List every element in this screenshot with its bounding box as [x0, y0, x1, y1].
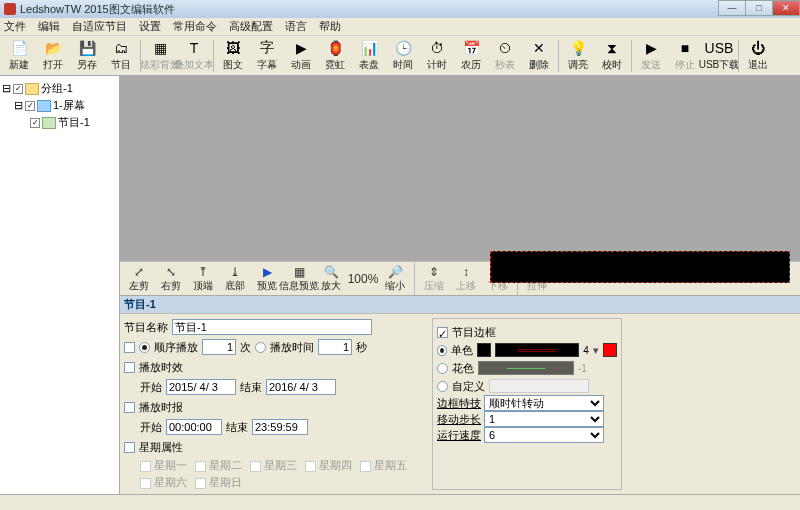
- pt-icon: ⤢: [134, 265, 144, 279]
- tb-item-2[interactable]: 💾另存: [70, 37, 104, 75]
- tb-item-26[interactable]: ⏻退出: [741, 37, 775, 75]
- tb-item-17[interactable]: ✕删除: [522, 37, 556, 75]
- tb-item-8[interactable]: 🖼图文: [216, 37, 250, 75]
- weekday-1: 星期二: [195, 458, 242, 473]
- menu-6[interactable]: 语言: [285, 19, 307, 34]
- pt-item-0[interactable]: ⤢左剪: [124, 265, 154, 293]
- pt-label: 压缩: [424, 279, 444, 293]
- tb-item-20[interactable]: ⧗校时: [595, 37, 629, 75]
- menu-3[interactable]: 设置: [139, 19, 161, 34]
- tb-icon: ⏻: [748, 39, 768, 57]
- tb-label: 图文: [223, 58, 243, 72]
- tb-icon: 🕒: [393, 39, 413, 57]
- border-single-radio[interactable]: [437, 345, 447, 356]
- tb-item-15[interactable]: 📅农历: [454, 37, 488, 75]
- tb-icon: 📊: [359, 39, 379, 57]
- end-time-input[interactable]: [252, 419, 308, 435]
- border-swatch1[interactable]: [477, 343, 491, 357]
- border-multi-radio[interactable]: [437, 363, 448, 374]
- tb-item-24[interactable]: USBUSB下载: [702, 37, 736, 75]
- pt-label: 左剪: [129, 279, 149, 293]
- weekday-2: 星期三: [250, 458, 297, 473]
- menu-2[interactable]: 自适应节目: [72, 19, 127, 34]
- pt-item-2[interactable]: ⤒顶端: [188, 265, 218, 293]
- menu-5[interactable]: 高级配置: [229, 19, 273, 34]
- tb-item-1[interactable]: 📂打开: [36, 37, 70, 75]
- label-border: 节目边框: [452, 325, 496, 340]
- pt-item-1[interactable]: ⤡右剪: [156, 265, 186, 293]
- tb-icon: 🏮: [325, 39, 345, 57]
- border-enable-check[interactable]: ✓: [437, 327, 448, 338]
- tree-panel: ⊟✓ 分组-1 ⊟✓ 1-屏幕 ✓ 节目-1: [0, 76, 120, 494]
- border-pattern-select[interactable]: [495, 343, 579, 357]
- pt-item-8[interactable]: 🔎缩小: [380, 265, 410, 293]
- tb-item-6: T叠加文本: [177, 37, 211, 75]
- order-play-check[interactable]: [124, 342, 135, 353]
- menu-1[interactable]: 编辑: [38, 19, 60, 34]
- pt-label: 缩小: [385, 279, 405, 293]
- pt-item-6[interactable]: 🔍放大: [316, 265, 346, 293]
- menu-4[interactable]: 常用命令: [173, 19, 217, 34]
- menu-7[interactable]: 帮助: [319, 19, 341, 34]
- pt-item-3[interactable]: ⤓底部: [220, 265, 250, 293]
- pt-item-5[interactable]: ▦信息预览: [284, 265, 314, 293]
- tree-program[interactable]: ✓ 节目-1: [2, 114, 117, 131]
- tb-label: 叠加文本: [174, 58, 214, 72]
- tb-item-19[interactable]: 💡调亮: [561, 37, 595, 75]
- tb-label: 停止: [675, 58, 695, 72]
- tb-item-23: ■停止: [668, 37, 702, 75]
- tb-icon: 字: [257, 39, 277, 57]
- tb-icon: ▦: [150, 39, 170, 57]
- order-play-radio[interactable]: [139, 342, 150, 353]
- order-count-spin[interactable]: [202, 339, 236, 355]
- pt-item-4[interactable]: ▶预览: [252, 265, 282, 293]
- program-name-input[interactable]: [172, 319, 372, 335]
- border-move-select[interactable]: 顺时针转动: [484, 395, 604, 411]
- tb-label: 另存: [77, 58, 97, 72]
- tb-label: 动画: [291, 58, 311, 72]
- pt-label: 底部: [225, 279, 245, 293]
- tb-icon: ⏲: [495, 39, 515, 57]
- start-date-input[interactable]: [166, 379, 236, 395]
- close-button[interactable]: ✕: [772, 0, 800, 16]
- tb-item-9[interactable]: 字字幕: [250, 37, 284, 75]
- weekday-0: 星期一: [140, 458, 187, 473]
- tb-item-0[interactable]: 📄新建: [2, 37, 36, 75]
- play-time-radio[interactable]: [255, 342, 266, 353]
- border-custom-radio[interactable]: [437, 381, 448, 392]
- tb-item-10[interactable]: ▶动画: [284, 37, 318, 75]
- pt-item-11: ↕上移: [451, 265, 481, 293]
- tree-group[interactable]: ⊟✓ 分组-1: [2, 80, 117, 97]
- border-step-select[interactable]: 1: [484, 411, 604, 427]
- border-color-picker[interactable]: [603, 343, 617, 357]
- play-time-spin[interactable]: [318, 339, 352, 355]
- start-time-input[interactable]: [166, 419, 222, 435]
- pt-label: 预览: [257, 279, 277, 293]
- tb-item-11[interactable]: 🏮霓虹: [318, 37, 352, 75]
- tree-screen[interactable]: ⊟✓ 1-屏幕: [2, 97, 117, 114]
- minimize-button[interactable]: —: [718, 0, 746, 16]
- menu-0[interactable]: 文件: [4, 19, 26, 34]
- border-speed-select[interactable]: 6: [484, 427, 604, 443]
- tb-item-12[interactable]: 📊表盘: [352, 37, 386, 75]
- play-report-check[interactable]: [124, 402, 135, 413]
- led-display-preview[interactable]: [490, 251, 790, 283]
- week-attr-check[interactable]: [124, 442, 135, 453]
- tb-icon: 📅: [461, 39, 481, 57]
- play-effect-check[interactable]: [124, 362, 135, 373]
- tb-label: 删除: [529, 58, 549, 72]
- tb-icon: 📂: [43, 39, 63, 57]
- pt-icon: 🔍: [324, 265, 339, 279]
- tb-item-3[interactable]: 🗂节目: [104, 37, 138, 75]
- end-date-input[interactable]: [266, 379, 336, 395]
- tb-icon: ⏱: [427, 39, 447, 57]
- tb-item-14[interactable]: ⏱计时: [420, 37, 454, 75]
- pt-label: 顶端: [193, 279, 213, 293]
- maximize-button[interactable]: □: [745, 0, 773, 16]
- separator: [738, 40, 739, 72]
- pt-item-7[interactable]: 100%: [348, 272, 378, 286]
- pt-icon: ↕: [463, 265, 469, 279]
- pt-icon: ⤒: [198, 265, 208, 279]
- tb-item-13[interactable]: 🕒时间: [386, 37, 420, 75]
- tb-icon: 💾: [77, 39, 97, 57]
